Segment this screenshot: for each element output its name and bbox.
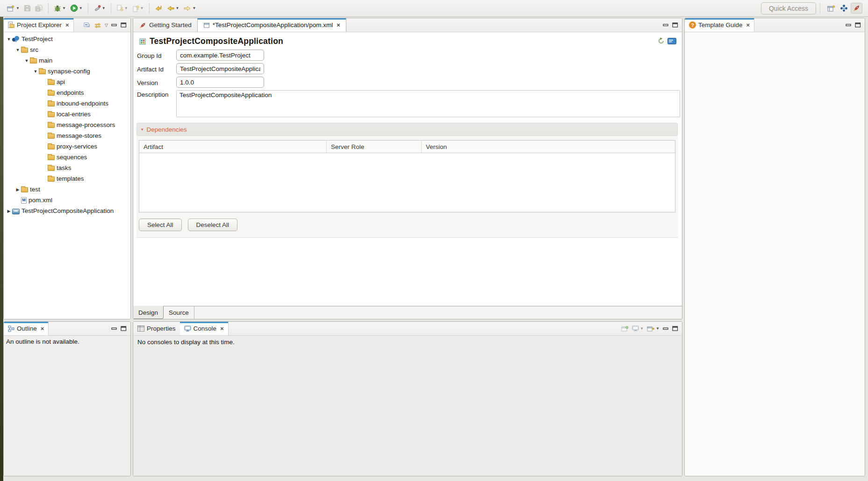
tab-properties[interactable]: Properties	[133, 322, 180, 335]
tab-template-guide[interactable]: ? Template Guide ×	[685, 18, 754, 32]
close-icon[interactable]: ×	[746, 21, 750, 28]
minimize-button[interactable]	[846, 22, 852, 28]
deselect-all-button[interactable]: Deselect All	[188, 219, 238, 231]
tree-item[interactable]: proxy-services	[4, 141, 130, 152]
tree-item[interactable]: sequences	[4, 152, 130, 163]
dropdown-icon[interactable]: ▼	[640, 326, 644, 331]
properties-icon	[137, 325, 144, 332]
quick-access-button[interactable]: Quick Access	[761, 2, 816, 14]
dropdown-icon[interactable]: ▼	[192, 6, 196, 10]
minimize-button[interactable]	[111, 22, 117, 28]
expander-icon[interactable]: ▼	[23, 58, 30, 63]
tree-item[interactable]: message-processors	[4, 120, 130, 130]
maximize-button[interactable]	[121, 22, 127, 28]
expander-icon[interactable]: ▼	[32, 69, 39, 74]
collapse-all-button[interactable]	[84, 22, 91, 28]
minimize-button[interactable]	[663, 22, 669, 28]
dropdown-icon[interactable]: ▼	[124, 6, 128, 10]
new-wizard-button[interactable]: ▼	[6, 4, 21, 13]
version-field[interactable]	[176, 77, 264, 88]
tab-outline[interactable]: Outline ×	[4, 322, 49, 335]
help-icon: ?	[689, 21, 696, 28]
debug-button[interactable]: ▼	[52, 4, 67, 13]
dependencies-table-header: Artifact Server Role Version	[139, 141, 675, 153]
maximize-button[interactable]	[121, 326, 127, 331]
minimize-button[interactable]	[663, 326, 669, 331]
devstudio-perspective-button[interactable]	[851, 3, 862, 14]
maximize-button[interactable]	[672, 326, 678, 331]
maximize-button[interactable]	[672, 22, 678, 28]
tab-console[interactable]: Console ×	[180, 322, 229, 335]
integration-perspective-button[interactable]	[839, 3, 849, 13]
tree-item[interactable]: inbound-endpoints	[4, 98, 130, 109]
link-with-editor-button[interactable]	[94, 22, 101, 28]
tab-project-explorer[interactable]: Project Explorer ×	[4, 18, 74, 32]
maximize-button[interactable]	[855, 22, 861, 28]
tree-item[interactable]: templates	[4, 173, 130, 184]
save-all-button[interactable]	[34, 4, 44, 13]
tab-label: Properties	[147, 325, 176, 332]
tree-item[interactable]: ▼main	[4, 55, 130, 66]
tree-item-label: local-entries	[57, 111, 91, 118]
group-id-field[interactable]	[176, 50, 264, 61]
description-field[interactable]: TestProjectCompositeApplication	[176, 90, 680, 117]
close-icon[interactable]: ×	[65, 21, 69, 28]
tree-item[interactable]: api	[4, 77, 130, 87]
run-button[interactable]: ▼	[69, 3, 84, 13]
dropdown-icon[interactable]: ▼	[62, 6, 66, 10]
last-edit-location-button[interactable]	[153, 4, 164, 13]
tab-source[interactable]: Source	[164, 306, 194, 319]
column-header-server-role[interactable]: Server Role	[326, 141, 421, 153]
dependencies-section-header[interactable]: ▾ Dependencies	[136, 123, 678, 136]
open-perspective-button[interactable]	[826, 4, 837, 13]
pin-console-button[interactable]	[621, 325, 629, 332]
column-header-artifact[interactable]: Artifact	[139, 141, 326, 153]
expander-icon[interactable]: ▼	[6, 37, 12, 42]
composite-app-title-icon	[139, 38, 146, 45]
dropdown-icon[interactable]: ▼	[176, 6, 179, 10]
tree-item[interactable]: ▶test	[4, 184, 130, 195]
column-header-version[interactable]: Version	[421, 141, 675, 153]
dropdown-icon[interactable]: ▼	[102, 6, 106, 10]
save-button[interactable]	[22, 4, 32, 13]
forward-button[interactable]: ▼	[182, 4, 197, 13]
expander-icon[interactable]: ▶	[14, 187, 21, 192]
tree-item[interactable]: local-entries	[4, 109, 130, 120]
dropdown-icon[interactable]: ▼	[656, 326, 660, 331]
dropdown-icon[interactable]: ▼	[16, 6, 20, 10]
refresh-button[interactable]	[657, 37, 665, 45]
tree-item-label: tasks	[57, 164, 72, 171]
close-icon[interactable]: ×	[337, 21, 340, 28]
dropdown-icon[interactable]: ▼	[79, 6, 83, 10]
tree-item[interactable]: endpoints	[4, 87, 130, 98]
artifact-id-field[interactable]	[176, 63, 264, 74]
tree-item[interactable]: ▼TestProject	[4, 34, 130, 44]
export-archive-button[interactable]	[667, 38, 676, 44]
dropdown-icon[interactable]: ▼	[140, 6, 144, 10]
expander-icon[interactable]: ▼	[14, 48, 21, 52]
close-icon[interactable]: ×	[220, 325, 224, 332]
tab-pom-editor[interactable]: *TestProjectCompositeApplication/pom.xml…	[197, 18, 346, 32]
select-all-button[interactable]: Select All	[139, 219, 182, 231]
dependencies-table-body[interactable]	[139, 153, 675, 212]
section-collapse-icon[interactable]: ▾	[141, 127, 143, 132]
tab-design[interactable]: Design	[133, 306, 164, 319]
expander-icon[interactable]: ▶	[6, 209, 12, 213]
display-selected-console-button[interactable]: ▼	[632, 325, 644, 332]
back-button[interactable]: ▼	[165, 4, 181, 13]
tree-item[interactable]: Mpom.xml	[4, 195, 130, 205]
view-menu-icon[interactable]: ▽	[105, 23, 108, 28]
refresh-icon	[657, 37, 665, 45]
close-icon[interactable]: ×	[41, 325, 44, 332]
previous-annotation-button[interactable]: ▼	[131, 4, 145, 13]
tree-item[interactable]: tasks	[4, 163, 130, 173]
open-console-button[interactable]: ▼	[647, 325, 660, 332]
tree-item[interactable]: ▼synapse-config	[4, 66, 130, 77]
tree-item[interactable]: ▼src	[4, 44, 130, 55]
tree-item[interactable]: message-stores	[4, 130, 130, 141]
tree-item[interactable]: ▶TestProjectCompositeApplication	[4, 205, 130, 216]
tab-getting-started[interactable]: Getting Started	[133, 18, 197, 32]
minimize-button[interactable]	[111, 326, 117, 331]
external-tools-button[interactable]: ▼	[92, 4, 107, 13]
next-annotation-button[interactable]: ▼	[115, 4, 129, 13]
